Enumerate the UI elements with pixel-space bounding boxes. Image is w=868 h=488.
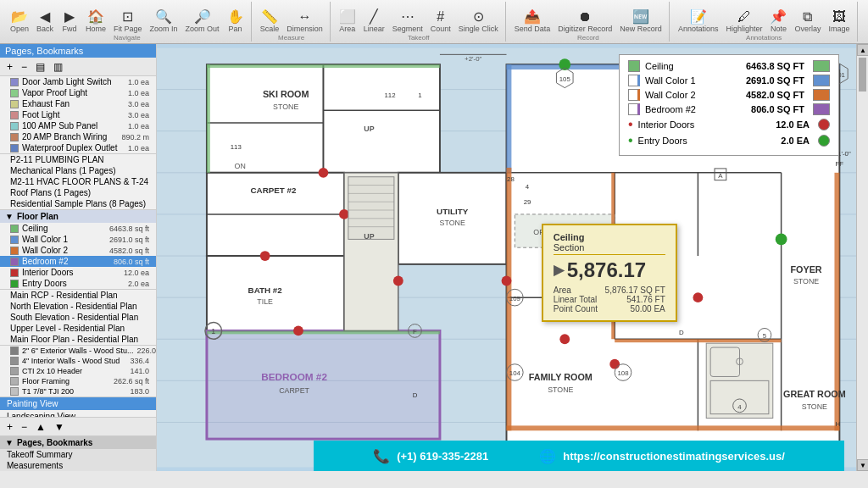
duplex-outlet-item[interactable]: Waterproof Duplex Outlet 1.0 ea <box>0 142 156 153</box>
ceiling-item[interactable]: Ceiling 6463.8 sq ft <box>0 223 156 234</box>
website-contact[interactable]: 🌐 https://constructionestimatingservices… <box>539 448 785 464</box>
scroll-down-btn[interactable]: ▼ <box>857 459 868 471</box>
image-button[interactable]: 🖼 Image <box>825 8 853 35</box>
sidebar-remove-btn[interactable]: − <box>18 59 31 75</box>
toolbar-group-record: 📤 Send Data ⏺ Digitizer Record 🆕 New Rec… <box>508 2 670 42</box>
digitizer-record-button[interactable]: ⏺ Digitizer Record <box>554 8 615 35</box>
legend-wallcolor2-label: Wall Color 2 <box>645 90 723 100</box>
tji-item[interactable]: T1 7/8" TJI 200 183.0 <box>0 386 156 396</box>
upper-level-item[interactable]: Upper Level - Residential Plan <box>0 323 156 334</box>
note-button[interactable]: 📌 Note <box>766 8 790 35</box>
sidebar-add-btn[interactable]: + <box>3 59 16 75</box>
entry-doors-item[interactable]: Entry Doors 2.0 ea <box>0 278 156 289</box>
zoom-out-button[interactable]: 🔎 Zoom Out <box>182 8 223 35</box>
wall-color2-item[interactable]: Wall Color 2 4582.0 sq ft <box>0 245 156 256</box>
home-button[interactable]: 🏠 Home <box>82 8 109 35</box>
legend-bedroom2-value: 806.0 SQ FT <box>728 104 804 114</box>
svg-point-40 <box>339 209 349 219</box>
wall-color1-item[interactable]: Wall Color 1 2691.0 sq ft <box>0 234 156 245</box>
svg-text:29: 29 <box>524 198 531 206</box>
legend-ceiling-swatch <box>813 60 830 72</box>
single-click-button[interactable]: ⊙ Single Click <box>455 8 502 35</box>
takeoff-summary-item[interactable]: Takeoff Summary <box>0 449 156 460</box>
interior-doors-item[interactable]: Interior Doors 12.0 ea <box>0 267 156 278</box>
sidebar-bottom-add[interactable]: + <box>3 419 16 435</box>
fit-page-button[interactable]: ⊡ Fit Page <box>110 8 146 35</box>
branch-wiring-item[interactable]: 20 AMP Branch Wiring 890.2 m <box>0 131 156 142</box>
measurements-item[interactable]: Measurements <box>0 460 156 471</box>
sidebar-expand-btn[interactable]: ▤ <box>32 59 48 75</box>
floor-plan-header[interactable]: ▼ Floor Plan <box>0 210 156 223</box>
floor-framing-item[interactable]: Floor Framing 262.6 sq ft <box>0 376 156 386</box>
plans-section: P2-11 PLUMBING PLAN Mechanical Plans (1 … <box>0 154 156 210</box>
open-button[interactable]: 📂 Open <box>7 8 32 35</box>
pan-button[interactable]: ✋ Pan <box>224 8 248 35</box>
tooltip-point-value: 50.00 EA <box>631 304 665 313</box>
dimension-button[interactable]: ↔ Dimension <box>283 8 326 35</box>
scroll-up-btn[interactable]: ▲ <box>857 44 868 56</box>
count-button[interactable]: # Count <box>427 8 454 35</box>
scale-button[interactable]: 📏 Scale <box>257 8 283 35</box>
foot-light-item[interactable]: Foot Light 3.0 ea <box>0 109 156 120</box>
svg-text:104: 104 <box>509 369 521 377</box>
svg-point-48 <box>559 58 570 70</box>
canvas-area[interactable]: OPEN TO BELOW SKI ROOM STONE CARPET #2 B… <box>157 44 856 471</box>
sidebar-bottom: + − ▲ ▼ ▼ Pages, Bookmarks Takeoff Summa… <box>0 417 156 471</box>
svg-point-47 <box>393 276 403 286</box>
main-rcp-item[interactable]: Main RCP - Residential Plan <box>0 290 156 301</box>
mechanical-plans-item[interactable]: Mechanical Plans (1 Pages) <box>0 165 156 176</box>
north-elev-item[interactable]: North Elevation - Residential Plan <box>0 301 156 312</box>
sub-panel-item[interactable]: 100 AMP Sub Panel 1.0 ea <box>0 120 156 131</box>
annotations-button[interactable]: 📝 Annotations <box>675 8 722 35</box>
vapor-proof-item[interactable]: Vapor Proof Light 1.0 ea <box>0 87 156 98</box>
send-data-button[interactable]: 📤 Send Data <box>511 8 554 35</box>
scroll-thumb[interactable] <box>859 58 866 92</box>
new-record-button[interactable]: 🆕 New Record <box>616 8 665 35</box>
svg-text:FF: FF <box>835 160 843 168</box>
svg-text:GREAT ROOM: GREAT ROOM <box>783 389 846 399</box>
landscaping-view-item[interactable]: Landscaping View <box>0 410 156 417</box>
residential-plans-item[interactable]: Residential Sample Plans (8 Pages) <box>0 198 156 209</box>
painting-view-item[interactable]: Painting View <box>0 397 156 410</box>
door-jamb-item[interactable]: Door Jamb Light Switch 1.0 ea <box>0 76 156 87</box>
linear-button[interactable]: ╱ Linear <box>360 8 388 35</box>
legend-entry-doors-label: Entry Doors <box>638 136 728 146</box>
area-button[interactable]: ⬜ Area <box>336 8 359 35</box>
interior-walls-item[interactable]: 4" Interior Walls - Wood Stud 336.4 <box>0 356 156 366</box>
back-button[interactable]: ◀ Back <box>33 8 57 35</box>
legend-wallcolor2-swatch <box>813 89 830 101</box>
phone-contact[interactable]: 📞 (+1) 619-335-2281 <box>373 448 488 464</box>
svg-text:105: 105 <box>559 75 571 83</box>
tooltip-main-value: ▶ 5,876.17 <box>554 258 665 282</box>
legend-wallcolor1-row: Wall Color 1 2691.0 SQ FT <box>628 75 830 86</box>
bedroom2-item[interactable]: Bedroom #2 806.0 sq ft <box>0 256 156 267</box>
svg-text:28: 28 <box>507 175 515 183</box>
overlay-button[interactable]: ⧉ Overlay <box>791 8 824 35</box>
svg-text:STONE: STONE <box>802 402 827 411</box>
segment-button[interactable]: ⋯ Segment <box>389 8 426 35</box>
highlighter-button[interactable]: 🖊 Highlighter <box>722 8 765 35</box>
main-floor-item[interactable]: Main Floor Plan - Residential Plan <box>0 334 156 345</box>
plumbing-plan-item[interactable]: P2-11 PLUMBING PLAN <box>0 154 156 165</box>
zoom-in-button[interactable]: 🔍 Zoom In <box>147 8 181 35</box>
legend-interior-doors-swatch <box>818 119 830 130</box>
header-item[interactable]: CTI 2x 10 Header 141.0 <box>0 366 156 376</box>
pages-bookmarks-header[interactable]: ▼ Pages, Bookmarks <box>0 436 156 449</box>
legend-ceiling-label: Ceiling <box>645 61 723 71</box>
sidebar-bottom-remove[interactable]: − <box>18 419 31 435</box>
sidebar-collapse-btn[interactable]: ▥ <box>50 59 66 75</box>
hvac-plans-item[interactable]: M2-11 HVAC FLOOR PLANS & T-24 <box>0 176 156 187</box>
roof-plans-item[interactable]: Roof Plans (1 Pages) <box>0 187 156 198</box>
legend-bedroom2-icon <box>628 103 640 115</box>
south-elev-item[interactable]: South Elevation - Residential Plan <box>0 312 156 323</box>
ceiling-tooltip: Ceiling Section ▶ 5,876.17 Area 5,876.17… <box>542 224 677 322</box>
sidebar-bottom-down[interactable]: ▼ <box>51 419 68 435</box>
exterior-walls-item[interactable]: 2" 6" Exterior Walls - Wood Stu... 226.0 <box>0 346 156 356</box>
exhaust-fan-item[interactable]: Exhaust Fan 3.0 ea <box>0 98 156 109</box>
sidebar-bottom-up[interactable]: ▲ <box>32 419 49 435</box>
scroll-track[interactable] <box>857 56 868 459</box>
forward-button[interactable]: ▶ Fwd <box>58 8 81 35</box>
svg-point-49 <box>776 234 787 246</box>
svg-text:STONE: STONE <box>273 103 298 111</box>
svg-text:D: D <box>413 391 418 399</box>
